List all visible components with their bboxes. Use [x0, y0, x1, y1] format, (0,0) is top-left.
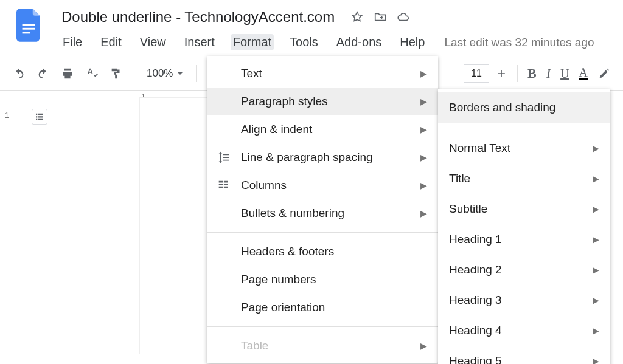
- menu-file[interactable]: File: [60, 34, 85, 50]
- outline-icon[interactable]: [32, 109, 47, 125]
- submenu-arrow-icon: ▶: [593, 265, 599, 275]
- move-to-folder-icon[interactable]: [374, 10, 387, 24]
- menu-help[interactable]: Help: [397, 34, 427, 50]
- submenu-heading-2-label: Heading 2: [449, 263, 502, 276]
- submenu-heading-1-label: Heading 1: [449, 233, 502, 246]
- menubar: File Edit View Insert Format Tools Add-o…: [58, 29, 623, 57]
- submenu-arrow-icon: ▶: [593, 143, 599, 153]
- last-edit-link[interactable]: Last edit was 32 minutes ago: [444, 36, 594, 49]
- submenu-borders-shading-label: Borders and shading: [449, 101, 555, 114]
- menu-text[interactable]: Text▶: [207, 60, 438, 88]
- submenu-arrow-icon: ▶: [420, 97, 427, 106]
- submenu-arrow-icon: ▶: [593, 295, 599, 305]
- submenu-heading-2[interactable]: Heading 2▶: [438, 255, 610, 285]
- svg-rect-2: [22, 32, 30, 34]
- text-color-button[interactable]: A: [576, 64, 591, 83]
- submenu-arrow-icon: ▶: [420, 341, 427, 351]
- menu-divider: [207, 326, 438, 327]
- svg-rect-5: [36, 116, 37, 117]
- submenu-normal-text[interactable]: Normal Text▶: [438, 133, 610, 163]
- menu-paragraph-styles[interactable]: Paragraph styles▶: [207, 88, 438, 115]
- menu-divider: [207, 232, 438, 233]
- menu-align-indent-label: Align & indent: [241, 123, 312, 136]
- line-spacing-icon: [217, 151, 230, 164]
- zoom-select[interactable]: 100%: [142, 67, 189, 80]
- submenu-arrow-icon: ▶: [420, 125, 427, 134]
- menu-bullets-numbering[interactable]: Bullets & numbering▶: [207, 199, 438, 227]
- star-icon[interactable]: [350, 10, 364, 24]
- font-size-increase-button[interactable]: [492, 65, 511, 82]
- paragraph-styles-submenu: Borders and shading Normal Text▶ Title▶ …: [438, 89, 610, 364]
- bold-button[interactable]: B: [524, 63, 540, 84]
- svg-rect-0: [22, 24, 35, 26]
- svg-rect-3: [36, 114, 37, 115]
- submenu-title[interactable]: Title▶: [438, 163, 610, 194]
- cloud-status-icon[interactable]: [397, 10, 410, 24]
- text-color-glyph: A: [579, 67, 588, 80]
- menu-view[interactable]: View: [137, 34, 169, 50]
- menu-page-numbers-label: Page numbers: [241, 273, 316, 286]
- submenu-heading-4[interactable]: Heading 4▶: [438, 315, 610, 346]
- menu-addons[interactable]: Add-ons: [334, 34, 385, 50]
- submenu-borders-shading[interactable]: Borders and shading: [438, 92, 610, 123]
- menu-table: Table▶: [207, 332, 438, 360]
- menu-table-label: Table: [241, 339, 268, 352]
- submenu-subtitle[interactable]: Subtitle▶: [438, 194, 610, 224]
- svg-rect-1: [22, 28, 35, 30]
- docs-logo-icon[interactable]: [16, 9, 42, 43]
- svg-rect-8: [38, 119, 43, 120]
- toolbar-separator: [134, 65, 134, 82]
- menu-insert[interactable]: Insert: [182, 34, 217, 50]
- menu-columns-label: Columns: [241, 179, 287, 192]
- submenu-arrow-icon: ▶: [593, 235, 599, 244]
- submenu-arrow-icon: ▶: [593, 204, 599, 214]
- menu-align-indent[interactable]: Align & indent▶: [207, 115, 438, 143]
- font-size-input[interactable]: 11: [464, 64, 489, 83]
- menu-headers-footers-label: Headers & footers: [241, 245, 334, 258]
- underline-button[interactable]: U: [557, 64, 573, 83]
- submenu-arrow-icon: ▶: [420, 208, 427, 218]
- submenu-heading-5[interactable]: Heading 5▶: [438, 346, 610, 364]
- columns-icon: [217, 179, 230, 192]
- submenu-arrow-icon: ▶: [593, 356, 599, 364]
- document-title[interactable]: Double underline - TechnologyAccent.com: [58, 7, 338, 27]
- submenu-heading-3-label: Heading 3: [449, 294, 502, 307]
- menu-tools[interactable]: Tools: [287, 34, 321, 50]
- menu-text-label: Text: [241, 67, 262, 80]
- menu-line-spacing-label: Line & paragraph spacing: [241, 151, 373, 164]
- menu-divider: [438, 128, 610, 128]
- chevron-down-icon: [176, 70, 184, 77]
- menu-bullets-numbering-label: Bullets & numbering: [241, 207, 344, 220]
- submenu-arrow-icon: ▶: [593, 326, 599, 335]
- submenu-arrow-icon: ▶: [420, 69, 427, 78]
- highlight-button[interactable]: [594, 64, 614, 83]
- menu-headers-footers[interactable]: Headers & footers: [207, 238, 438, 266]
- svg-rect-6: [38, 116, 43, 117]
- menu-columns[interactable]: Columns▶: [207, 171, 438, 199]
- submenu-heading-3[interactable]: Heading 3▶: [438, 285, 610, 315]
- submenu-heading-1[interactable]: Heading 1▶: [438, 224, 610, 255]
- undo-button[interactable]: [9, 64, 29, 83]
- underline-glyph: U: [560, 67, 569, 81]
- svg-rect-4: [38, 114, 43, 115]
- zoom-value: 100%: [147, 67, 173, 80]
- redo-button[interactable]: [33, 64, 54, 83]
- submenu-heading-4-label: Heading 4: [449, 324, 502, 337]
- submenu-arrow-icon: ▶: [420, 180, 427, 190]
- menu-line-spacing[interactable]: Line & paragraph spacing▶: [207, 143, 438, 171]
- menu-page-orientation[interactable]: Page orientation: [207, 294, 438, 321]
- print-button[interactable]: [57, 64, 78, 83]
- paint-format-button[interactable]: [106, 64, 127, 83]
- svg-rect-7: [36, 119, 37, 120]
- vertical-ruler[interactable]: [0, 91, 18, 351]
- format-dropdown: Text▶ Paragraph styles▶ Align & indent▶ …: [207, 56, 438, 363]
- menu-format[interactable]: Format: [231, 34, 274, 50]
- menu-page-numbers[interactable]: Page numbers: [207, 266, 438, 294]
- submenu-arrow-icon: ▶: [593, 174, 599, 184]
- submenu-arrow-icon: ▶: [420, 153, 427, 162]
- italic-button[interactable]: I: [543, 63, 554, 84]
- submenu-subtitle-label: Subtitle: [449, 202, 487, 216]
- menu-edit[interactable]: Edit: [98, 34, 124, 50]
- spellcheck-button[interactable]: [82, 64, 102, 83]
- submenu-heading-5-label: Heading 5: [449, 354, 502, 364]
